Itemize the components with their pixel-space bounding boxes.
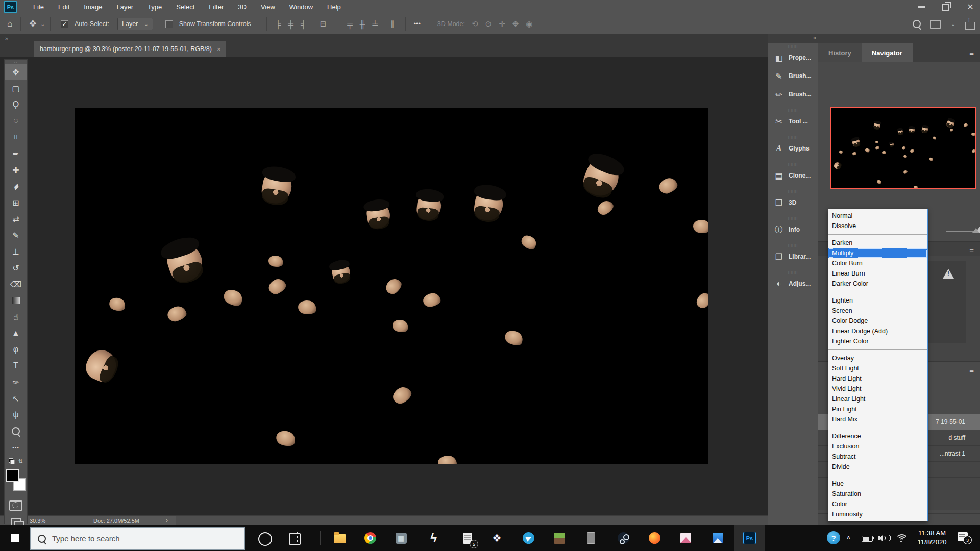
dock-panel-prope[interactable]: ◧Prope... bbox=[768, 48, 818, 67]
blend-vivid-light[interactable]: Vivid Light bbox=[828, 384, 927, 394]
tool-type[interactable]: T bbox=[5, 358, 27, 374]
blend-multiply[interactable]: Multiply bbox=[828, 248, 927, 258]
blend-difference[interactable]: Difference bbox=[828, 431, 927, 441]
distribute-horizontal-icon[interactable]: ⊟ bbox=[320, 19, 327, 29]
dock-panel-clone[interactable]: ▤Clone... bbox=[768, 166, 818, 185]
document-close-icon[interactable]: × bbox=[217, 45, 221, 53]
tool-crop[interactable]: ⌗ bbox=[5, 129, 27, 145]
document-tab[interactable]: hamburger.png @ 30.3% (poster-20-11-07 1… bbox=[34, 41, 226, 57]
navigator-thumbnail[interactable] bbox=[830, 107, 976, 189]
blend-linear-dodge-add[interactable]: Linear Dodge (Add) bbox=[828, 326, 927, 336]
panel-menu-icon[interactable]: ≡ bbox=[969, 48, 974, 57]
taskbar-app-gray-app[interactable]: ▦ bbox=[386, 525, 416, 551]
dock-collapse-icon[interactable]: « bbox=[813, 34, 817, 41]
blend-color[interactable]: Color bbox=[828, 499, 927, 509]
taskbar-search[interactable] bbox=[30, 527, 245, 550]
tool-sharpen[interactable]: ▲ bbox=[5, 325, 27, 341]
navigator-zoom-slider[interactable] bbox=[946, 231, 974, 232]
3d-roll-icon[interactable]: ⊙ bbox=[485, 19, 492, 29]
tool-gradient[interactable] bbox=[5, 292, 27, 309]
menu-image[interactable]: Image bbox=[77, 0, 109, 14]
taskbar-app-phone-app[interactable] bbox=[576, 525, 606, 551]
tool-healing-brush[interactable]: ▰ bbox=[5, 178, 27, 194]
taskbar-app-photos-app[interactable] bbox=[703, 525, 733, 551]
help-app-icon[interactable]: ? bbox=[827, 531, 840, 544]
tool-spot-healing-brush[interactable]: ✚ bbox=[5, 162, 27, 178]
blend-exclusion[interactable]: Exclusion bbox=[828, 441, 927, 452]
blend-subtract[interactable]: Subtract bbox=[828, 452, 927, 462]
taskbar-app-lightning-app[interactable]: ϟ bbox=[419, 525, 449, 551]
auto-select-checkbox[interactable]: ✓ bbox=[61, 20, 68, 28]
tab-navigator[interactable]: Navigator bbox=[862, 43, 913, 62]
tool-rectangular-marquee[interactable]: ▢ bbox=[5, 80, 27, 96]
blend-overlay[interactable]: Overlay bbox=[828, 353, 927, 363]
3d-orbit-icon[interactable]: ⟲ bbox=[472, 19, 478, 29]
blend-screen[interactable]: Screen bbox=[828, 306, 927, 316]
taskbar-app-photoshop[interactable]: Ps bbox=[734, 525, 765, 551]
align-right-icon[interactable]: ╡ bbox=[301, 20, 306, 29]
notification-center-icon[interactable]: 3 bbox=[958, 532, 968, 541]
dock-panel-librar[interactable]: ❐Librar... bbox=[768, 247, 818, 266]
dock-panel-info[interactable]: ⓘInfo bbox=[768, 220, 818, 239]
panel-menu-icon[interactable]: ≡ bbox=[969, 245, 974, 254]
edit-toolbar-button[interactable]: ••• bbox=[5, 439, 27, 456]
zoom-level-field[interactable]: 30.3% bbox=[24, 516, 61, 525]
auto-select-dropdown[interactable]: Layer ⌄ bbox=[117, 18, 153, 30]
tool-path-selection[interactable]: ↖ bbox=[5, 390, 27, 407]
tool-content-aware-move[interactable]: ⇄ bbox=[5, 211, 27, 227]
quick-mask-button[interactable] bbox=[5, 497, 27, 514]
tool-eraser[interactable]: ⌫ bbox=[5, 276, 27, 292]
chevron-down-icon[interactable]: ⌄ bbox=[41, 21, 45, 27]
tool-eyedropper[interactable]: ✒ bbox=[5, 145, 27, 162]
dock-panel-adjus[interactable]: ◐Adjus... bbox=[768, 274, 818, 293]
tool-brush[interactable]: ✎ bbox=[5, 227, 27, 243]
align-center-horizontal-icon[interactable]: ╪ bbox=[288, 20, 293, 29]
chevron-down-icon[interactable]: ⌄ bbox=[951, 21, 955, 27]
tool-smudge[interactable]: ☝ bbox=[5, 309, 27, 325]
blend-hard-mix[interactable]: Hard Mix bbox=[828, 414, 927, 424]
search-icon[interactable] bbox=[913, 20, 921, 28]
tool-move[interactable]: ✥ bbox=[5, 64, 27, 80]
search-input[interactable] bbox=[51, 534, 222, 543]
foreground-color-swatch[interactable] bbox=[6, 469, 19, 482]
tab-history[interactable]: History bbox=[818, 43, 862, 62]
taskbar-app-minecraft[interactable] bbox=[544, 525, 574, 551]
menu-select[interactable]: Select bbox=[169, 0, 202, 14]
volume-icon[interactable] bbox=[878, 534, 889, 542]
status-chevron-icon[interactable]: › bbox=[166, 516, 168, 525]
menu-filter[interactable]: Filter bbox=[202, 0, 231, 14]
align-top-icon[interactable]: ╤ bbox=[347, 20, 353, 29]
menu-layer[interactable]: Layer bbox=[110, 0, 141, 14]
battery-icon[interactable] bbox=[862, 536, 873, 542]
align-left-icon[interactable]: ╞ bbox=[276, 20, 281, 29]
3d-slide-icon[interactable]: ✥ bbox=[512, 19, 519, 29]
menu-3d[interactable]: 3D bbox=[231, 0, 254, 14]
blend-linear-light[interactable]: Linear Light bbox=[828, 394, 927, 404]
blend-lighter-color[interactable]: Lighter Color bbox=[828, 336, 927, 346]
dock-panel-brush[interactable]: ✎Brush... bbox=[768, 67, 818, 85]
tool-pen[interactable]: ✑ bbox=[5, 374, 27, 390]
start-button[interactable] bbox=[0, 525, 30, 551]
swap-colors-icon[interactable]: ⇅ bbox=[18, 458, 22, 465]
taskbar-app-telegram[interactable] bbox=[513, 525, 544, 551]
blend-darken[interactable]: Darken bbox=[828, 238, 927, 248]
minimize-button[interactable] bbox=[916, 3, 927, 11]
dock-panel-tool[interactable]: ✂Tool ... bbox=[768, 112, 818, 131]
share-icon[interactable] bbox=[965, 22, 975, 30]
taskbar-app-orange-app[interactable] bbox=[640, 525, 670, 551]
tool-clone-stamp[interactable]: ⊥ bbox=[5, 243, 27, 260]
tool-frame[interactable]: ⊞ bbox=[5, 194, 27, 211]
workspace-icon[interactable] bbox=[930, 20, 941, 29]
blend-color-burn[interactable]: Color Burn bbox=[828, 258, 927, 268]
blend-darker-color[interactable]: Darker Color bbox=[828, 279, 927, 289]
taskbar-app-documents-app[interactable]: 5 bbox=[452, 525, 482, 551]
wifi-icon[interactable] bbox=[895, 534, 908, 543]
blend-color-dodge[interactable]: Color Dodge bbox=[828, 316, 927, 326]
3d-drag-icon[interactable]: ✛ bbox=[499, 19, 505, 29]
blend-saturation[interactable]: Saturation bbox=[828, 489, 927, 499]
blend-pin-light[interactable]: Pin Light bbox=[828, 404, 927, 414]
blend-hard-light[interactable]: Hard Light bbox=[828, 373, 927, 384]
distribute-vertical-icon[interactable]: ∥ bbox=[390, 19, 395, 29]
more-options-button[interactable]: ••• bbox=[414, 20, 421, 28]
blend-linear-burn[interactable]: Linear Burn bbox=[828, 268, 927, 279]
